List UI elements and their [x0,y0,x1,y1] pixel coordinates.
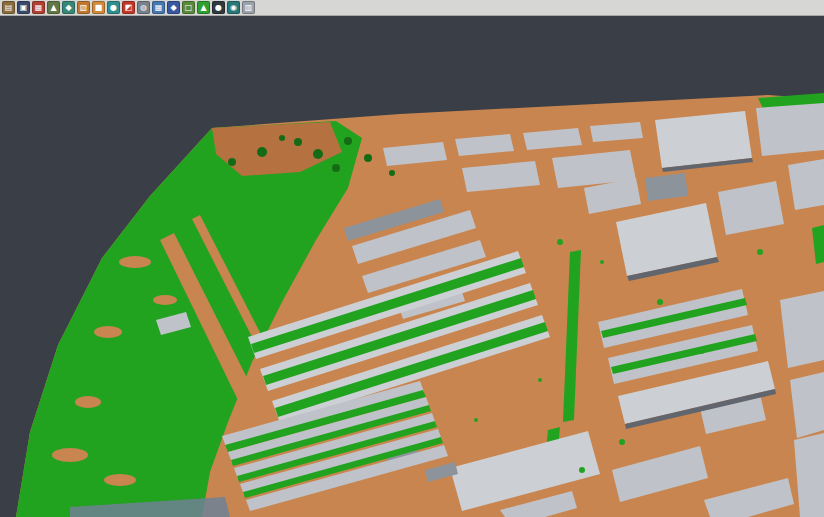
export-icon[interactable]: ● [212,1,225,14]
classification-icon[interactable]: ◩ [122,1,135,14]
report-icon[interactable]: ▥ [242,1,255,14]
main-toolbar: ▤▣▦▲◆▧■●◩◍▦◆□▲●◉▥ [0,0,824,16]
terrain-icon[interactable]: ◆ [62,1,75,14]
crop-icon[interactable]: □ [182,1,195,14]
vegetation-icon[interactable]: ▲ [197,1,210,14]
application-window: ▤▣▦▲◆▧■●◩◍▦◆□▲●◉▥ [0,0,824,517]
texture-icon[interactable]: ▧ [77,1,90,14]
point-cloud-icon[interactable]: ▦ [32,1,45,14]
orthophoto-icon[interactable]: ■ [92,1,105,14]
globe-icon[interactable]: ● [107,1,120,14]
3d-viewport[interactable] [0,16,824,517]
save-icon[interactable]: ▣ [17,1,30,14]
settings-icon[interactable]: ◍ [137,1,150,14]
mesh-icon[interactable]: ▲ [47,1,60,14]
open-file-icon[interactable]: ▤ [2,1,15,14]
grid-icon[interactable]: ▦ [152,1,165,14]
measure-icon[interactable]: ◆ [167,1,180,14]
camera-icon[interactable]: ◉ [227,1,240,14]
